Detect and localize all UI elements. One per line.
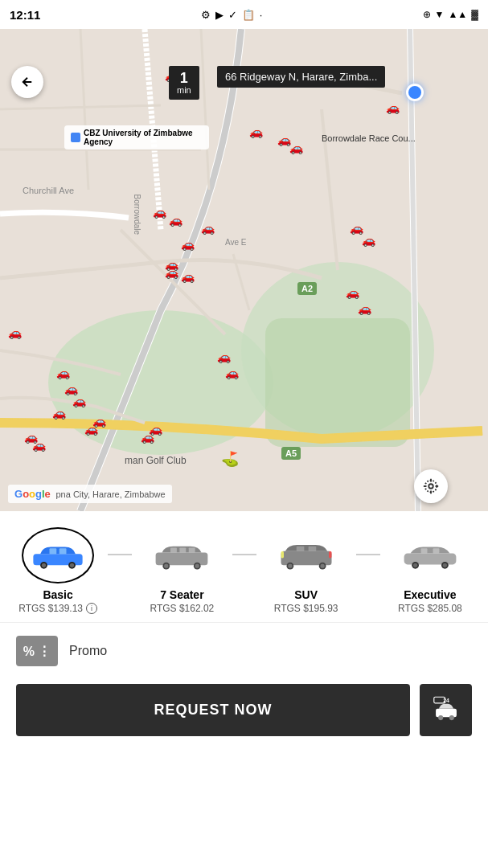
request-row: REQUEST NOW 24 — [0, 684, 488, 736]
svg-rect-31 — [308, 547, 316, 551]
status-time: 12:11 — [10, 8, 40, 22]
svg-rect-24 — [189, 547, 195, 552]
ave-e-label: Ave E — [225, 238, 247, 247]
vehicle-basic-name: Basic — [43, 588, 72, 601]
vehicle-icon-suv — [270, 527, 342, 583]
svg-point-42 — [438, 715, 443, 720]
map-car-9: 🚗 — [181, 238, 195, 251]
promo-text: Promo — [69, 644, 107, 658]
map-car-22: 🚗 — [72, 395, 86, 407]
info-icon-basic[interactable]: i — [86, 603, 97, 614]
svg-point-43 — [449, 715, 453, 720]
map-svg — [0, 29, 488, 511]
golf-pin: ⛳ — [221, 450, 239, 468]
svg-rect-33 — [329, 551, 332, 559]
place-label-borrowdale: Borrowdale Race Cou... — [322, 133, 416, 143]
status-bar: 12:11 ⚙ ▶ ✓ 📋 · ⊕ ▼ ▲▲ ▓ — [0, 0, 488, 29]
vehicle-option-suv[interactable]: SUV RTGS $195.93 — [256, 527, 356, 614]
svg-text:24: 24 — [443, 698, 449, 703]
battery-icon: ▓ — [471, 9, 478, 20]
svg-rect-10 — [34, 554, 83, 565]
connector-1 — [108, 554, 132, 555]
svg-rect-3 — [265, 318, 410, 447]
svg-rect-39 — [421, 548, 428, 553]
connector-3 — [356, 554, 380, 555]
vehicle-option-7seater[interactable]: 7 Seater RTGS $162.02 — [132, 527, 232, 614]
borrowdale-label: Borrowdale — [133, 194, 141, 235]
vehicle-suv-price: RTGS $195.93 — [274, 603, 338, 614]
svg-rect-32 — [281, 551, 284, 559]
svg-point-4 — [429, 484, 433, 489]
svg-point-12 — [42, 563, 46, 567]
map-car-8: 🚗 — [201, 222, 215, 235]
eta-number: 1 — [180, 71, 188, 85]
svg-rect-40 — [433, 548, 439, 553]
status-right: ⊕ ▼ ▲▲ ▓ — [423, 9, 478, 20]
promo-icon-text: % ⋮ — [23, 644, 51, 659]
svg-point-38 — [443, 563, 447, 567]
map-car-6: 🚗 — [153, 206, 166, 219]
road-label-a5: A5 — [281, 447, 301, 460]
map-car-23: 🚗 — [52, 407, 66, 420]
promo-row[interactable]: % ⋮ Promo — [0, 623, 488, 679]
map-car-27: 🚗 — [32, 439, 46, 452]
vehicle-basic-price: RTGS $139.13 i — [18, 603, 97, 614]
vehicle-icon-basic — [22, 527, 94, 583]
map-car-3: 🚗 — [249, 125, 263, 138]
map-car-14: 🚗 — [362, 234, 375, 247]
map-car-2: 🚗 — [386, 101, 400, 114]
address-badge: 66 Ridgeway N, Harare, Zimba... — [217, 66, 385, 88]
vehicle-icon-executive — [394, 527, 466, 583]
current-location-pin — [406, 84, 424, 101]
map-car-11: 🚗 — [165, 266, 178, 279]
map-car-25: 🚗 — [84, 423, 98, 436]
shield-icon: ▶ — [215, 9, 223, 21]
svg-point-5 — [425, 481, 437, 493]
road-label-a2: A2 — [297, 282, 317, 295]
vehicle-executive-name: Executive — [404, 588, 456, 601]
svg-rect-34 — [404, 553, 457, 564]
map-area: A2 A5 Ave E Borrowdale CBZ University of… — [0, 29, 488, 511]
map-car-21: 🚗 — [64, 383, 78, 395]
map-car-16: 🚗 — [358, 302, 371, 315]
svg-rect-30 — [296, 547, 304, 551]
back-button[interactable] — [11, 66, 43, 98]
map-car-29: 🚗 — [141, 431, 154, 444]
golf-club-label: man Golf Club — [125, 455, 187, 466]
vehicle-icon-7seater — [146, 527, 218, 583]
google-label: Google pna City, Harare, Zimbabwe — [8, 485, 172, 503]
svg-point-27 — [288, 564, 292, 568]
svg-rect-17 — [156, 553, 208, 566]
map-car-12: 🚗 — [181, 270, 195, 283]
map-car-20: 🚗 — [56, 366, 70, 379]
check-icon: ✓ — [228, 9, 237, 21]
vehicle-suv-name: SUV — [294, 588, 318, 601]
map-car-13: 🚗 — [350, 222, 363, 235]
map-car-15: 🚗 — [346, 286, 359, 299]
vehicle-options: Basic RTGS $139.13 i — [0, 511, 488, 623]
svg-rect-22 — [170, 547, 177, 552]
request-now-button[interactable]: REQUEST NOW — [16, 684, 410, 736]
support-button[interactable]: 24 — [420, 684, 472, 736]
recenter-button[interactable] — [414, 469, 448, 503]
place-label-cbz: CBZ University of Zimbabwe Agency — [64, 125, 209, 149]
signal-icon: ▲▲ — [448, 9, 467, 20]
map-car-19: 🚗 — [8, 326, 22, 339]
svg-point-36 — [413, 563, 417, 567]
vehicle-option-executive[interactable]: Executive RTGS $285.08 — [380, 527, 480, 614]
svg-point-14 — [70, 563, 74, 567]
connector-2 — [232, 554, 256, 555]
svg-rect-41 — [436, 708, 457, 717]
vehicle-7seater-name: 7 Seater — [160, 588, 203, 601]
vehicle-option-basic[interactable]: Basic RTGS $139.13 i — [8, 527, 108, 614]
eta-badge: 1 min — [169, 66, 199, 100]
status-icons: ⚙ ▶ ✓ 📋 · — [201, 9, 263, 21]
location-icon: ⊕ — [423, 9, 431, 20]
svg-point-19 — [165, 564, 169, 568]
clipboard-icon: 📋 — [242, 9, 255, 21]
map-car-17: 🚗 — [217, 350, 231, 363]
wifi-icon: ▼ — [435, 9, 445, 20]
svg-rect-16 — [59, 548, 67, 554]
vehicle-executive-price: RTGS $285.08 — [398, 603, 462, 614]
svg-rect-23 — [180, 547, 187, 552]
